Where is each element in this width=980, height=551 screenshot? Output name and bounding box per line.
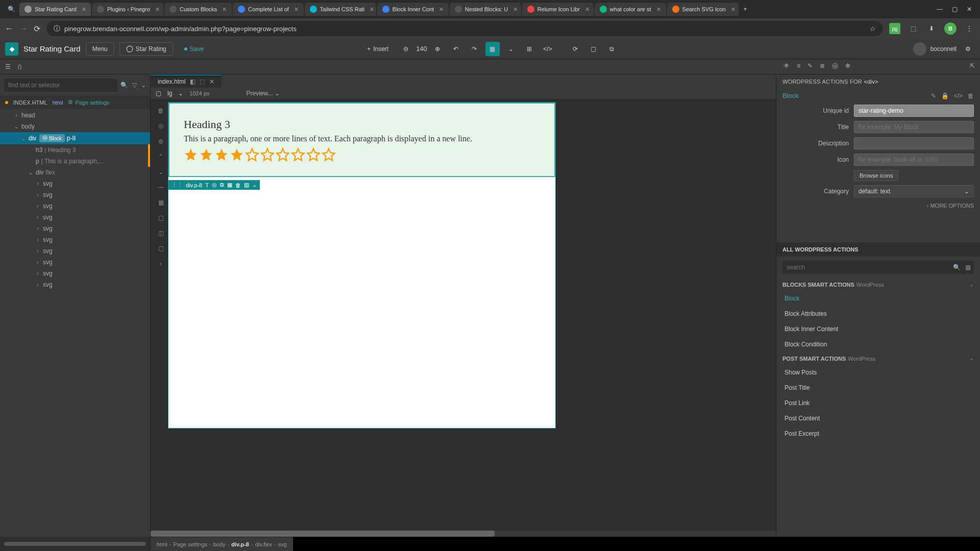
- code-icon[interactable]: </>: [541, 42, 555, 56]
- save-button[interactable]: Save: [178, 43, 210, 55]
- pinegrow-logo-icon[interactable]: ◆: [5, 42, 18, 56]
- user-avatar-icon[interactable]: [913, 42, 926, 56]
- tab-split-icon[interactable]: ◧: [190, 78, 195, 85]
- profile-avatar[interactable]: B: [944, 22, 957, 35]
- tab-close-icon[interactable]: ✕: [222, 6, 227, 13]
- site-info-icon[interactable]: ⓘ: [54, 24, 60, 33]
- copy-icon[interactable]: ⧉: [220, 182, 224, 188]
- box2-icon[interactable]: ▢: [155, 243, 166, 254]
- scrollbar-thumb[interactable]: [151, 531, 495, 537]
- tree-node[interactable]: ›svg: [0, 257, 150, 268]
- breadcrumb-item[interactable]: div.p-8: [231, 541, 249, 547]
- pencil-icon[interactable]: ✎: [931, 92, 936, 99]
- target-icon[interactable]: ⊚: [155, 136, 166, 147]
- tree-arrow-icon[interactable]: ›: [35, 203, 41, 210]
- browser-tab[interactable]: Star Rating Card✕: [19, 3, 91, 16]
- tree-arrow-icon[interactable]: ›: [35, 259, 41, 266]
- star-empty-icon[interactable]: [245, 147, 259, 162]
- drag-icon[interactable]: ⋮⋮: [172, 182, 183, 188]
- tree-node[interactable]: ›svg: [0, 178, 150, 189]
- browser-tab[interactable]: Complete List of✕: [233, 3, 303, 16]
- device-frame-icon[interactable]: ▢: [156, 90, 161, 97]
- star-filled-icon[interactable]: [214, 147, 229, 162]
- description-input[interactable]: [854, 137, 974, 149]
- line-icon[interactable]: —: [155, 182, 166, 193]
- tree-arrow-icon[interactable]: ›: [35, 225, 41, 232]
- tree-arrow-icon[interactable]: ›: [35, 281, 41, 288]
- chevron-down-icon[interactable]: ⌄: [252, 182, 257, 188]
- tree-node[interactable]: ⌄div flex: [0, 167, 150, 178]
- zoom-out-button[interactable]: ⊖: [399, 42, 413, 56]
- tree-node[interactable]: ›svg: [0, 201, 150, 212]
- action-section-header[interactable]: POST SMART ACTIONSWordPress⌄: [776, 352, 980, 365]
- downloads-icon[interactable]: ⬇: [926, 23, 937, 34]
- design-canvas[interactable]: Heading 3 This is a paragraph, one or mo…: [168, 102, 556, 429]
- stripe-icon[interactable]: ▨: [244, 182, 249, 188]
- tab-close-icon[interactable]: ✕: [209, 78, 214, 85]
- layout-button[interactable]: ▦: [485, 42, 500, 56]
- browser-tab[interactable]: what color are st✕: [595, 3, 666, 16]
- tab-external-icon[interactable]: ⬚: [200, 78, 205, 85]
- action-item[interactable]: Post Content: [776, 411, 980, 426]
- preview-dropdown[interactable]: Preview... ⌄: [247, 90, 280, 97]
- tree-arrow-icon[interactable]: ›: [35, 180, 41, 187]
- browser-tab[interactable]: Search SVG Icon✕: [667, 3, 739, 16]
- browser-tab[interactable]: Nested Blocks: U✕: [450, 3, 521, 16]
- tree-node[interactable]: p | This is a paragraph,...: [0, 156, 150, 167]
- star-empty-icon[interactable]: [291, 147, 305, 162]
- move-down-icon[interactable]: ⌄: [155, 166, 166, 178]
- tab-search-icon[interactable]: 🔍: [4, 2, 18, 16]
- file-tab-index[interactable]: index.html ◧ ⬚ ✕: [151, 74, 222, 88]
- chevron-down-icon[interactable]: ⌄: [178, 90, 183, 97]
- star-empty-icon[interactable]: [306, 147, 321, 162]
- unique-id-input[interactable]: [854, 105, 974, 117]
- url-bar[interactable]: ⓘ pinegrow.brendan-oconnell.com/wp-admin…: [46, 21, 883, 36]
- text-icon[interactable]: T: [205, 182, 209, 188]
- chevron-right-icon[interactable]: ›: [155, 258, 166, 269]
- category-select[interactable]: default: text ⌄: [854, 185, 974, 197]
- tree-node[interactable]: ›svg: [0, 223, 150, 234]
- brush-icon[interactable]: ✎: [807, 62, 813, 71]
- more-options-toggle[interactable]: › MORE OPTIONS: [776, 199, 980, 212]
- action-item[interactable]: Post Link: [776, 395, 980, 411]
- tree-arrow-icon[interactable]: ⌄: [13, 123, 19, 130]
- breadcrumb-item[interactable]: div.flex: [255, 541, 272, 547]
- menu-button[interactable]: Menu: [86, 42, 114, 56]
- action-item[interactable]: Block: [776, 291, 980, 306]
- tab-close-icon[interactable]: ✕: [82, 6, 86, 13]
- star-empty-icon[interactable]: [276, 147, 290, 162]
- tree-arrow-icon[interactable]: ›: [35, 214, 41, 221]
- eye-icon[interactable]: 👁: [783, 62, 790, 71]
- extensions-icon[interactable]: ⬚: [908, 23, 919, 34]
- box-icon[interactable]: ▢: [155, 212, 166, 223]
- star-rating-button[interactable]: Star Rating: [119, 42, 173, 56]
- grid-icon[interactable]: ▦: [155, 197, 166, 208]
- menu-icon[interactable]: ⋮: [964, 23, 975, 34]
- breakpoint-label[interactable]: lg: [167, 90, 172, 97]
- trash-icon[interactable]: 🗑: [235, 182, 241, 188]
- browser-tab[interactable]: Block Inner Cont✕: [377, 3, 449, 16]
- star-empty-icon[interactable]: [260, 147, 275, 162]
- tree-node[interactable]: ⌄body: [0, 121, 150, 132]
- icon-input[interactable]: [854, 154, 974, 166]
- search-icon[interactable]: 🔍: [953, 264, 961, 271]
- browser-tab[interactable]: Tailwind CSS Rati✕: [305, 3, 376, 16]
- tree-arrow-icon[interactable]: ›: [35, 191, 41, 198]
- breadcrumb-item[interactable]: html: [157, 541, 167, 547]
- tree-node[interactable]: ›svg: [0, 234, 150, 245]
- star-filled-icon[interactable]: [199, 147, 213, 162]
- zoom-in-button[interactable]: ⊕: [430, 42, 445, 56]
- tab-close-icon[interactable]: ✕: [439, 6, 444, 13]
- refresh-icon[interactable]: ⟳: [568, 42, 582, 56]
- tree-node[interactable]: ›svg: [0, 189, 150, 201]
- tree-node[interactable]: h3 | Heading 3: [0, 144, 150, 156]
- extension-pinegrow-icon[interactable]: pg: [889, 23, 900, 34]
- columns-icon[interactable]: ◫: [155, 228, 166, 239]
- tree-node[interactable]: ›svg: [0, 279, 150, 290]
- maximize-icon[interactable]: ▢: [952, 6, 958, 13]
- tree-node[interactable]: ⌄divⓦBlock p-8: [0, 132, 150, 144]
- settings-icon[interactable]: ⚙: [961, 42, 975, 56]
- tree-node[interactable]: ›svg: [0, 245, 150, 257]
- tree-node[interactable]: ›svg: [0, 212, 150, 223]
- search-icon[interactable]: 🔍: [120, 82, 128, 89]
